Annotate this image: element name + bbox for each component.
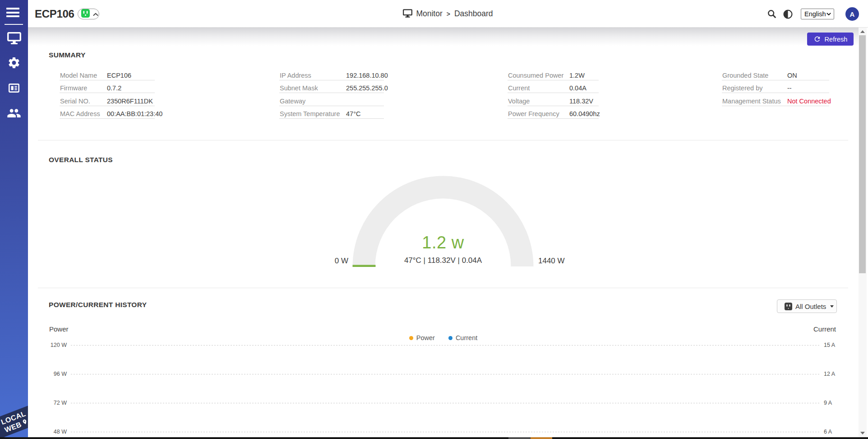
gauge-value-arc <box>353 265 376 267</box>
bottom-bar-orange-segment <box>531 437 552 439</box>
monitor-icon <box>403 9 412 19</box>
gauge-track <box>353 176 534 267</box>
legend-item-current[interactable]: Current <box>448 334 477 341</box>
vertical-scrollbar[interactable] <box>859 28 867 439</box>
right-axis-title: Current <box>813 325 836 333</box>
scrollbar-down-arrow[interactable] <box>860 432 865 434</box>
top-header: ECP106 Monitor > Dashboard English A <box>28 0 868 28</box>
summary-row-value: ECP106 <box>107 72 131 79</box>
device-status-badge[interactable] <box>78 9 99 19</box>
gauge-min-label: 0 W <box>285 257 348 266</box>
chart-gridline <box>71 403 820 403</box>
chart-gridline <box>71 374 820 374</box>
gauge-detail-label: 47°C | 118.32V | 0.04A <box>351 256 536 265</box>
summary-row-value: 00:AA:BB:01:23:40 <box>107 110 162 117</box>
right-axis-tick: 12 A <box>824 371 835 377</box>
breadcrumb-section[interactable]: Monitor <box>416 9 442 19</box>
summary-row-label: Gateway <box>280 98 305 105</box>
bottom-bar-gray-segment <box>508 437 531 439</box>
legend-power-label: Power <box>416 334 435 341</box>
summary-row-value: 118.32V <box>569 98 593 105</box>
summary-row-value: 60.0490hz <box>569 110 600 117</box>
summary-row-value: 255.255.255.0 <box>346 84 388 92</box>
outlet-status-icon <box>81 9 90 19</box>
summary-row-value: 0.04A <box>569 84 586 92</box>
chart-gridline <box>71 345 820 346</box>
summary-row-value: 0.7.2 <box>107 84 121 92</box>
left-axis-tick: 96 W <box>28 371 67 377</box>
summary-row-label: Model Name <box>60 72 97 79</box>
summary-row-label: Serial NO. <box>60 98 90 105</box>
bottom-edge-bar <box>0 437 868 439</box>
gauge-max-label: 1440 W <box>538 257 565 266</box>
summary-row-label: IP Address <box>280 72 311 79</box>
summary-row: Power Frequency60.0490hz <box>508 106 599 119</box>
summary-row: Counsumed Power1.2W <box>508 68 599 80</box>
scrollbar-up-arrow[interactable] <box>860 30 865 33</box>
breadcrumb: Monitor > Dashboard <box>28 0 868 28</box>
sidebar: LOCAL WEB <box>0 0 28 439</box>
summary-row-label: Registered by <box>722 84 762 92</box>
gauge-value-label: 1.2 w <box>351 233 536 252</box>
sidebar-divider <box>5 24 23 25</box>
summary-row: Model NameECP106 <box>60 68 155 80</box>
avatar-initial: A <box>850 10 855 18</box>
language-value: English <box>804 10 826 18</box>
summary-row: Serial NO.2350R6F111DK <box>60 93 155 106</box>
summary-row-value: 192.168.10.80 <box>346 72 388 79</box>
refresh-label: Refresh <box>825 36 848 43</box>
user-avatar[interactable]: A <box>845 7 859 21</box>
summary-row-value: Not Connected <box>787 98 831 105</box>
summary-row: Grounded StateON <box>722 68 829 80</box>
summary-row: Subnet Mask255.255.255.0 <box>279 80 384 93</box>
scrollbar-thumb[interactable] <box>859 35 866 273</box>
search-icon[interactable] <box>767 9 777 19</box>
caret-down-icon <box>830 305 834 308</box>
left-axis-title: Power <box>49 325 69 333</box>
summary-row-label: Power Frequency <box>508 110 559 117</box>
summary-row: Voltage118.32V <box>508 93 599 106</box>
summary-row-label: Firmware <box>60 84 87 92</box>
left-axis-tick: 48 W <box>28 429 67 435</box>
legend-current-label: Current <box>456 334 477 341</box>
people-icon <box>7 107 21 119</box>
section-divider <box>38 140 848 140</box>
power-gauge: 1.2 w 47°C | 118.32V | 0.04A <box>351 174 536 269</box>
product-title: ECP106 <box>35 8 74 20</box>
main-content: Refresh SUMMARY Model NameECP106Firmware… <box>28 28 859 439</box>
breadcrumb-page[interactable]: Dashboard <box>454 9 493 19</box>
summary-row-label: MAC Address <box>60 110 100 117</box>
chart-gridline <box>71 432 820 432</box>
sidebar-item-logs[interactable] <box>0 78 28 98</box>
summary-row-label: System Temperature <box>280 110 340 117</box>
legend-item-power[interactable]: Power <box>409 334 435 341</box>
summary-row-value: ON <box>787 72 797 79</box>
summary-row-value: 47°C <box>346 110 360 117</box>
hamburger-menu-button[interactable] <box>6 8 19 18</box>
sidebar-item-monitor[interactable] <box>0 28 28 48</box>
history-title: POWER/CURRENT HISTORY <box>49 301 147 309</box>
breadcrumb-separator: > <box>446 10 451 18</box>
summary-row-label: Current <box>508 84 530 92</box>
hamburger-icon <box>6 8 19 9</box>
summary-row: Management StatusNot Connected <box>722 93 829 106</box>
sidebar-item-settings[interactable] <box>0 53 28 73</box>
contrast-icon[interactable] <box>783 9 793 19</box>
language-select[interactable]: English <box>801 9 834 19</box>
chevron-up-icon <box>93 10 98 18</box>
summary-row-value: 1.2W <box>569 72 585 79</box>
summary-title: SUMMARY <box>49 51 86 59</box>
summary-row: System Temperature47°C <box>279 106 384 119</box>
right-axis-tick: 9 A <box>824 400 832 406</box>
refresh-button[interactable]: Refresh <box>807 33 854 46</box>
select-caret-icon <box>826 13 831 15</box>
left-axis-tick: 72 W <box>28 400 67 406</box>
summary-row: Firmware0.7.2 <box>60 80 155 93</box>
local-web-ribbon: LOCAL WEB <box>0 404 28 439</box>
sidebar-item-users[interactable] <box>0 103 28 123</box>
summary-row-label: Subnet Mask <box>280 84 318 92</box>
chart-legend: Power Current <box>28 334 859 341</box>
outlet-filter-dropdown[interactable]: All Outlets <box>777 299 837 313</box>
outlet-filter-label: All Outlets <box>795 303 826 310</box>
section-divider <box>38 288 848 288</box>
